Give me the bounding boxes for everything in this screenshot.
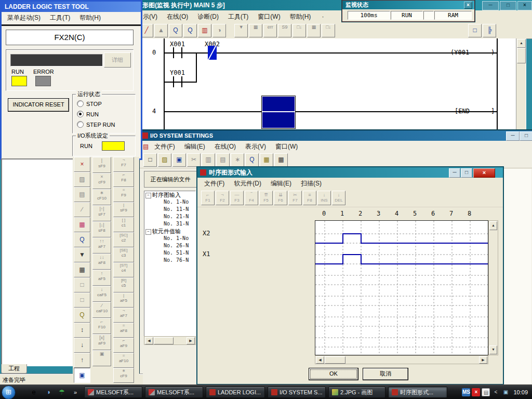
se-button[interactable]: [SE]c3 — [113, 247, 134, 262]
edit-disabled2-icon[interactable]: ▤ — [74, 187, 90, 202]
tree-item[interactable]: No. 11-N — [144, 206, 195, 213]
edit-disabled-icon[interactable]: ▨ — [74, 172, 90, 187]
save-icon[interactable]: ▣ — [172, 153, 186, 167]
scroll-thumb[interactable] — [325, 356, 345, 364]
timing-menu-item[interactable]: 扫描(S) — [296, 180, 326, 187]
timing-menu-item[interactable]: 软元件(D) — [229, 180, 266, 187]
ok-button[interactable]: OK — [309, 368, 358, 380]
scroll-thumb[interactable] — [517, 48, 526, 63]
find-icon[interactable]: Q — [245, 153, 259, 167]
task-paint[interactable]: 2.JPG - 画图 — [328, 387, 385, 398]
multi-fall-button[interactable]: ⇊F6 — [274, 191, 287, 205]
run-state-radio[interactable]: STEP RUN — [77, 119, 135, 130]
media-icon[interactable]: ◑ — [44, 388, 53, 397]
hline-draw-button[interactable]: =F9 — [113, 187, 134, 202]
vline2-button[interactable]: |aF5 — [113, 292, 134, 308]
multi-rise-button[interactable]: ⇈F5 — [259, 191, 273, 205]
rise-edge-button[interactable]: ⌐F1 — [201, 191, 215, 205]
scroll-right-icon[interactable]: ▶ — [479, 356, 487, 364]
tray-collapse-icon[interactable]: < — [491, 388, 500, 396]
tree-item[interactable]: No. 76-N — [144, 257, 195, 264]
test-tool-menu-item[interactable]: 帮助(H) — [75, 14, 105, 21]
coil-button[interactable]: ¬F7 — [113, 157, 134, 172]
tree-item[interactable]: No. 26-N — [144, 242, 195, 249]
hline-button[interactable]: ⌐F10 — [92, 318, 111, 334]
s1-s9-icon[interactable]: S9 — [278, 24, 291, 37]
scroll-down-icon[interactable]: ▼ — [489, 345, 497, 354]
run-state-radio[interactable]: RUN — [77, 109, 135, 119]
edit-cursor[interactable] — [262, 96, 295, 128]
minimize-button[interactable]: ─ — [506, 131, 520, 141]
delete-icon[interactable]: × — [74, 157, 90, 172]
sc-button[interactable]: [SC]c2 — [113, 232, 134, 247]
tree-group-timing[interactable]: −时序图输入 — [144, 191, 195, 198]
timing-menu-item[interactable]: 文件(F) — [200, 180, 229, 187]
copy-range-button[interactable]: ≡F8 — [303, 191, 316, 205]
cut-range-button[interactable]: ✂F7 — [288, 191, 302, 205]
pulse-up-parallel-button[interactable]: ↑↑aF7 — [92, 237, 111, 254]
ime-icon[interactable]: MS — [462, 388, 470, 396]
low-level-button[interactable]: —F3 — [230, 191, 244, 205]
ladder-vscrollbar[interactable]: ▲ — [516, 38, 526, 131]
detail-button[interactable]: 详细 — [104, 52, 131, 68]
open-branch-button[interactable]: ¬aF7 — [113, 308, 134, 323]
task-melsoft-2[interactable]: MELSOFT系... — [145, 387, 203, 398]
up-line-button[interactable]: ↑aF5 — [92, 270, 111, 286]
delete-vline-button[interactable]: ×cF9 — [92, 173, 111, 189]
indicator-reset-button[interactable]: INDICATOR RESET — [8, 98, 69, 112]
project-workspace[interactable] — [1, 158, 74, 366]
fall-edge-button[interactable]: ¬F2 — [216, 191, 229, 205]
st-button[interactable]: [ST]c4 — [113, 262, 134, 277]
app-instruction-button[interactable]: ⌐F8 — [113, 172, 134, 187]
paste-icon[interactable]: ▤ — [216, 153, 230, 167]
rung-down-button[interactable]: ⌐aF9 — [113, 338, 134, 353]
device-grid-icon[interactable]: ▦ — [74, 217, 90, 232]
scroll-right-icon[interactable]: ▶ — [187, 337, 195, 344]
down-line-button[interactable]: ↓caF5 — [92, 286, 111, 302]
start-button[interactable]: ⊞ — [2, 385, 16, 399]
tree-item[interactable]: No. 1-No — [144, 198, 195, 206]
chart-vscrollbar[interactable]: ▲ ▼ — [488, 220, 498, 355]
timing-table-icon[interactable]: ▦ — [260, 153, 273, 167]
copy-icon[interactable]: ▥ — [202, 153, 215, 167]
task-timing-input[interactable]: 时序图形式... — [388, 387, 447, 398]
row-delete-icon[interactable]: ↑ — [74, 353, 90, 368]
run-state-radio[interactable]: STOP — [77, 99, 135, 109]
vline-button[interactable]: |sF9 — [92, 157, 111, 173]
radio-icon[interactable] — [77, 121, 84, 128]
x002-closed-contact-highlight[interactable] — [208, 46, 217, 60]
scroll-up-icon[interactable]: ▲ — [489, 221, 497, 230]
io-menu-item[interactable]: 在线(O) — [210, 143, 241, 150]
task-ladder-tool[interactable]: LADDER LOGI... — [206, 387, 265, 398]
screen-display-button[interactable]: ▣ — [74, 368, 90, 383]
pulse-down-parallel-button[interactable]: ↓↓aF8 — [92, 254, 111, 270]
r-button[interactable]: [R]c5 — [113, 277, 134, 292]
insert-button[interactable]: ↓INS — [317, 191, 331, 205]
quicklaunch-chevron-icon[interactable]: » — [71, 388, 80, 397]
alert-close-icon[interactable]: × — [472, 388, 480, 396]
monitor-start-icon[interactable]: ▼ — [234, 24, 248, 37]
tree-hscrollbar[interactable]: ◀ ▶ — [144, 336, 196, 345]
row-insert-icon[interactable]: ↓ — [74, 338, 90, 353]
network-icon[interactable]: ▣ — [501, 388, 510, 396]
tree-collapse-icon[interactable]: − — [145, 193, 151, 198]
slash-button[interactable]: ∕caF10 — [92, 302, 111, 318]
pulse-up-contact-button[interactable]: |↑|sF7 — [92, 205, 111, 221]
monitor-stop-icon[interactable]: ▦ — [249, 24, 262, 37]
io-menu-item[interactable]: 表示(V) — [241, 143, 271, 150]
close-button[interactable]: × — [473, 168, 495, 178]
device-table-icon[interactable]: ▦ — [274, 153, 288, 167]
tree-group-device[interactable]: −软元件值输 — [144, 228, 195, 235]
pair-icon[interactable]: □↓ — [292, 24, 306, 37]
io-menu-item[interactable]: 编辑(E) — [180, 143, 210, 150]
zoom-in-icon[interactable]: Q — [169, 24, 182, 37]
tree-item[interactable]: No. 51-N — [144, 249, 195, 257]
timing-menu-item[interactable]: 编辑(E) — [266, 180, 296, 187]
scroll-up-icon[interactable]: ▲ — [517, 39, 526, 48]
delete-line-button[interactable]: ∗cF10 — [92, 189, 111, 205]
task-io-settings[interactable]: I/O SYSTEM S... — [268, 387, 326, 398]
zoom-yellow-icon[interactable]: Q — [74, 308, 90, 323]
error-jump-icon[interactable]: err — [263, 24, 277, 37]
io-file-tree[interactable]: −时序图输入No. 1-NoNo. 11-NNo. 21-NNo. 31-N−软… — [144, 191, 196, 337]
test-tool-menu-item[interactable]: 工具(T) — [45, 14, 75, 21]
